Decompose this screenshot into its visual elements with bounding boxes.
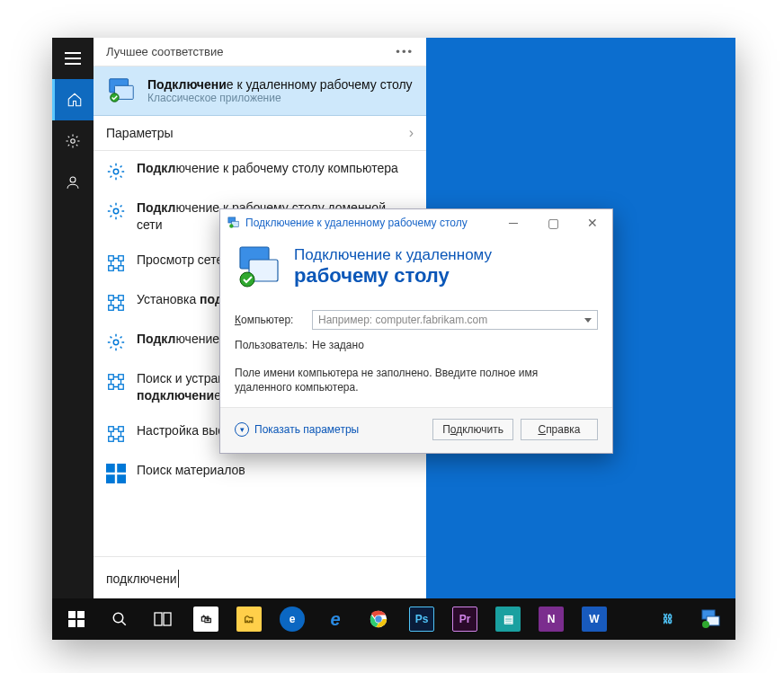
windows-icon: [68, 611, 85, 627]
svg-rect-11: [109, 296, 114, 301]
search-input[interactable]: подключени: [94, 556, 426, 598]
svg-rect-10: [119, 266, 124, 271]
computer-combobox[interactable]: Например: computer.fabrikam.com: [312, 310, 598, 330]
svg-rect-16: [109, 375, 114, 380]
rail-home[interactable]: [52, 79, 94, 120]
svg-point-6: [113, 208, 119, 214]
taskbar-photoshop[interactable]: Ps: [401, 598, 442, 640]
svg-rect-13: [109, 306, 114, 311]
lbl-user: Пользователь:: [235, 339, 312, 351]
svg-rect-9: [109, 266, 114, 271]
svg-point-15: [113, 340, 119, 345]
svg-point-30: [229, 224, 233, 227]
taskbar: 🛍 🗂 e e Ps Pr ▤ N W ⛓: [52, 598, 735, 640]
svg-rect-34: [68, 611, 76, 618]
lbl-computer: Компьютер:: [235, 314, 312, 326]
result-item[interactable]: Поиск материалов: [94, 453, 426, 492]
best-match-title: Подключение к удаленному рабочему столу: [147, 77, 413, 92]
taskbar-tray-rdp[interactable]: [690, 598, 732, 640]
rdp-title-text: Подключение к удаленному рабочему столу: [245, 217, 468, 229]
person-icon: [65, 174, 81, 190]
svg-rect-20: [109, 426, 114, 431]
chevron-right-icon: ›: [409, 125, 414, 141]
svg-point-1: [70, 177, 76, 182]
result-item[interactable]: Подключение к рабочему столу компьютера: [94, 151, 426, 190]
help-button[interactable]: Справка: [521, 419, 598, 440]
svg-rect-23: [119, 436, 124, 441]
rail-settings[interactable]: [52, 120, 94, 162]
home-icon: [67, 92, 83, 108]
svg-point-33: [240, 272, 254, 287]
taskview-icon: [154, 612, 172, 626]
svg-rect-27: [117, 474, 126, 483]
chrome-icon: [369, 609, 388, 629]
maximize-button[interactable]: ▢: [533, 209, 573, 236]
best-match-item[interactable]: Подключение к удаленному рабочему столу …: [94, 66, 426, 116]
more-button[interactable]: •••: [396, 45, 414, 58]
svg-rect-12: [119, 296, 124, 301]
rail-account[interactable]: [52, 162, 94, 203]
svg-rect-18: [109, 385, 114, 390]
start-button[interactable]: [56, 598, 97, 640]
rdp-hero-line1: Подключение к удаленному: [294, 246, 492, 264]
svg-rect-36: [68, 620, 76, 627]
svg-rect-21: [119, 426, 124, 431]
chevron-down-icon: ▾: [235, 422, 249, 437]
svg-point-42: [375, 615, 381, 622]
svg-rect-22: [109, 436, 114, 441]
svg-rect-37: [77, 620, 85, 627]
rdp-hero-line2: рабочему столу: [294, 264, 492, 288]
svg-rect-40: [164, 613, 171, 625]
search-icon: [111, 611, 128, 627]
rdp-message: Поле имени компьютера не заполнено. Введ…: [220, 360, 612, 407]
close-button[interactable]: ✕: [573, 209, 612, 236]
rdp-tray-icon: [700, 609, 722, 629]
taskbar-onenote[interactable]: N: [530, 598, 572, 640]
rdp-hero-icon: [235, 244, 281, 290]
best-match-subtitle: Классическое приложение: [147, 92, 413, 104]
show-options-link[interactable]: ▾ Показать параметры: [235, 422, 359, 437]
svg-rect-14: [119, 306, 124, 311]
taskbar-store[interactable]: 🛍: [185, 598, 227, 640]
minimize-button[interactable]: ─: [494, 209, 533, 236]
taskbar-premiere[interactable]: Pr: [444, 598, 486, 640]
best-match-header: Лучшее соответствие: [106, 45, 223, 58]
taskbar-explorer[interactable]: 🗂: [228, 598, 270, 640]
taskbar-ie[interactable]: e: [315, 598, 356, 640]
svg-rect-35: [77, 611, 85, 618]
section-parameters[interactable]: Параметры ›: [94, 116, 426, 151]
svg-rect-26: [106, 474, 115, 483]
svg-rect-24: [106, 464, 115, 473]
rdp-window: Подключение к удаленному рабочему столу …: [219, 208, 613, 454]
svg-rect-19: [119, 385, 124, 390]
svg-point-0: [71, 139, 76, 144]
taskbar-tray-1[interactable]: ⛓: [647, 598, 689, 640]
chevron-down-icon: [584, 318, 592, 323]
search-button[interactable]: [99, 598, 140, 640]
rdp-app-icon: [106, 75, 137, 106]
user-value: Не задано: [312, 339, 364, 351]
svg-point-38: [113, 613, 123, 623]
hamburger-button[interactable]: [52, 38, 94, 79]
rdp-title-icon: [227, 217, 240, 229]
svg-rect-8: [119, 256, 124, 261]
connect-button[interactable]: Подключить: [432, 419, 513, 440]
svg-rect-17: [119, 375, 124, 380]
taskview-button[interactable]: [142, 598, 183, 640]
svg-rect-25: [117, 464, 126, 473]
taskbar-chrome[interactable]: [358, 598, 399, 640]
svg-point-5: [113, 169, 119, 174]
svg-point-45: [702, 621, 709, 628]
svg-rect-7: [109, 256, 114, 261]
taskbar-edge[interactable]: e: [272, 598, 313, 640]
taskbar-app-teal[interactable]: ▤: [487, 598, 529, 640]
svg-rect-39: [155, 613, 162, 625]
taskbar-word[interactable]: W: [574, 598, 615, 640]
gear-icon: [65, 133, 81, 149]
